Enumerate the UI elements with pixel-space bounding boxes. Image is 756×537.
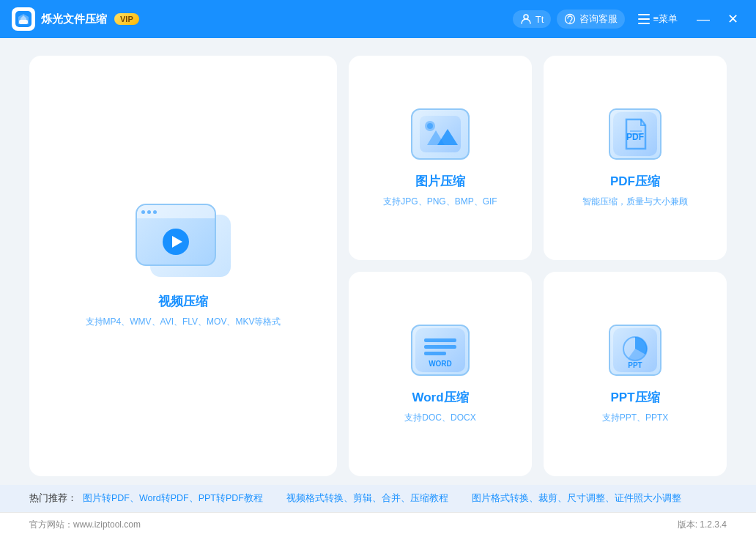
word-desc: 支持DOC、DOCX [404,412,475,424]
word-card[interactable]: WORD Word压缩 支持DOC、DOCX [349,272,532,476]
image-title: 图片压缩 [415,173,465,190]
version-label: 版本: 1.2.3.4 [678,519,727,531]
ppt-icon: PPT [609,325,662,376]
ppt-title: PPT压缩 [610,389,659,406]
rec-link-3[interactable]: 图片格式转换、裁剪、尺寸调整、证件照大小调整 [472,492,681,505]
svg-point-4 [570,22,571,23]
video-card[interactable]: 视频压缩 支持MP4、WMV、AVI、FLV、MOV、MKV等格式 [29,56,337,476]
website-url: 官方网站：www.iziptool.com [29,519,141,531]
image-icon [411,108,470,160]
cards-grid: 视频压缩 支持MP4、WMV、AVI、FLV、MOV、MKV等格式 [29,56,727,476]
bottom-recommendations: 热门推荐： 图片转PDF、Word转PDF、PPT转PDF教程 视频格式转换、剪… [0,485,756,512]
svg-rect-20 [424,352,446,355]
user-button[interactable]: Tt [513,10,552,28]
service-button[interactable]: 咨询客服 [557,10,625,29]
pdf-desc: 智能压缩，质量与大小兼顾 [582,196,688,208]
svg-text:PDF: PDF [626,132,644,142]
vip-badge: VIP [114,13,139,25]
svg-rect-8 [420,116,461,152]
svg-rect-5 [638,14,650,15]
svg-rect-19 [424,345,456,349]
image-card[interactable]: 图片压缩 支持JPG、PNG、BMP、GIF [349,56,532,260]
ppt-card[interactable]: PPT PPT压缩 支持PPT、PPTX [544,272,727,476]
menu-button[interactable]: ≡菜单 [631,10,685,29]
recommendations-links: 图片转PDF、Word转PDF、PPT转PDF教程 视频格式转换、剪辑、合并、压… [83,492,727,505]
svg-text:PPT: PPT [628,361,642,369]
pdf-icon: PDF [609,108,662,160]
svg-point-2 [524,15,528,19]
pdf-title: PDF压缩 [610,173,660,190]
app-logo [12,7,35,31]
svg-point-12 [427,123,433,129]
video-icon [136,204,231,277]
pdf-card[interactable]: PDF PDF压缩 智能压缩，质量与大小兼顾 [544,56,727,260]
rec-link-2[interactable]: 视频格式转换、剪辑、合并、压缩教程 [286,492,448,505]
footer: 官方网站：www.iziptool.com 版本: 1.2.3.4 [0,512,756,537]
video-desc: 支持MP4、WMV、AVI、FLV、MOV、MKV等格式 [86,316,281,328]
titlebar-actions: Tt 咨询客服 ≡菜单 — ✕ [513,8,744,30]
image-desc: 支持JPG、PNG、BMP、GIF [383,196,497,208]
titlebar: 烁光文件压缩 VIP Tt 咨询客服 ≡菜单 — [0,0,756,38]
svg-rect-1 [19,20,28,24]
recommendations-label: 热门推荐： [29,492,77,505]
video-title: 视频压缩 [158,293,208,310]
ppt-desc: 支持PPT、PPTX [602,412,669,424]
word-icon: WORD [411,325,470,376]
rec-link-1[interactable]: 图片转PDF、Word转PDF、PPT转PDF教程 [83,492,263,505]
app-title: 烁光文件压缩 [41,12,107,26]
word-title: Word压缩 [412,389,468,406]
svg-rect-18 [424,338,456,342]
svg-rect-6 [638,18,650,20]
main-content: 视频压缩 支持MP4、WMV、AVI、FLV、MOV、MKV等格式 [0,38,756,476]
svg-text:WORD: WORD [429,360,452,368]
close-button[interactable]: ✕ [722,8,744,30]
minimize-button[interactable]: — [691,9,716,30]
svg-rect-7 [638,23,650,24]
